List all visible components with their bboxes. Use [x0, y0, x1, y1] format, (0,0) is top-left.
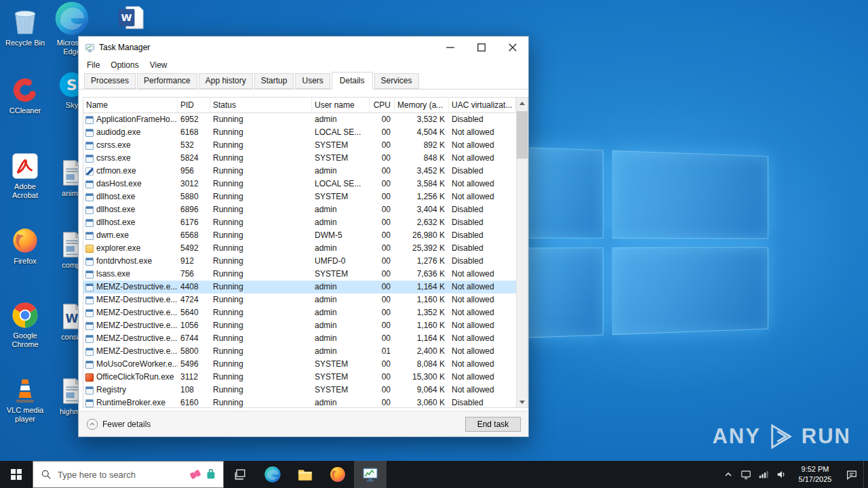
cell-user: admin	[312, 293, 370, 306]
cell-memory: 1,160 K	[395, 293, 449, 306]
cell-pid: 5492	[178, 242, 210, 255]
tray-volume-button[interactable]	[772, 461, 790, 488]
desktop-icon-adobe-acrobat[interactable]: Adobe Acrobat	[4, 152, 46, 200]
desktop-icon-label: Adobe Acrobat	[4, 182, 46, 200]
ticket-icon	[189, 468, 202, 481]
cell-memory: 4,504 K	[395, 126, 449, 139]
tab-app-history[interactable]: App history	[199, 73, 253, 89]
menu-file[interactable]: File	[81, 59, 105, 71]
process-row-audiodg-exe-6168[interactable]: audiodg.exe6168RunningLOCAL SE...004,504…	[83, 126, 516, 139]
tab-users[interactable]: Users	[295, 73, 330, 89]
desktop-icon-firefox[interactable]: Firefox	[4, 226, 46, 266]
minimize-button[interactable]	[435, 37, 466, 58]
process-row-memz-destructive-e-5800[interactable]: MEMZ-Destructive.e...5800Runningadmin012…	[83, 345, 516, 358]
tab-processes[interactable]: Processes	[84, 73, 136, 89]
process-row-ctfmon-exe-956[interactable]: ctfmon.exe956Runningadmin003,452 KDisabl…	[83, 165, 516, 178]
process-row-fontdrvhost-exe-912[interactable]: fontdrvhost.exe912RunningUMFD-0001,276 K…	[83, 255, 516, 268]
process-name: fontdrvhost.exe	[96, 255, 152, 268]
cell-user: admin	[312, 281, 370, 293]
end-task-button[interactable]: End task	[465, 417, 521, 432]
cell-cpu: 00	[370, 358, 395, 371]
process-row-runtimebroker-exe-6160[interactable]: RuntimeBroker.exe6160Runningadmin003,060…	[83, 396, 516, 407]
taskbar-task-manager-button[interactable]	[354, 461, 387, 488]
close-button[interactable]	[497, 37, 528, 58]
tray-expand-button[interactable]	[719, 461, 737, 488]
process-row-registry-108[interactable]: Registry108RunningSYSTEM009,064 KNot all…	[83, 384, 516, 396]
cell-memory: 3,404 K	[395, 203, 449, 216]
process-row-dllhost-exe-6896[interactable]: dllhost.exe6896Runningadmin003,404 KDisa…	[83, 203, 516, 216]
desktop-icon-ccleaner[interactable]: CCleaner	[4, 76, 46, 115]
process-name: ApplicationFrameHo...	[96, 113, 177, 126]
desktop-icon-label: Google Chrome	[4, 331, 46, 349]
cell-status: Running	[210, 371, 312, 384]
maximize-button[interactable]	[466, 37, 497, 58]
desktop-icon-word[interactable]: W	[110, 4, 152, 31]
vlc-icon	[11, 375, 39, 404]
taskbar-search[interactable]: Type here to search	[33, 461, 224, 488]
desktop-icon-google-chrome[interactable]: Google Chrome	[4, 301, 46, 349]
process-row-dllhost-exe-6176[interactable]: dllhost.exe6176Runningadmin002,632 KDisa…	[83, 216, 516, 229]
fewer-details-toggle[interactable]: Fewer details	[86, 418, 151, 430]
taskbar-firefox-button[interactable]	[321, 461, 354, 488]
process-row-memz-destructive-e-4724[interactable]: MEMZ-Destructive.e...4724Runningadmin001…	[83, 293, 516, 306]
tray-monitor-button[interactable]	[737, 461, 755, 488]
process-row-memz-destructive-e-5640[interactable]: MEMZ-Destructive.e...5640Runningadmin001…	[83, 306, 516, 319]
scrollbar-thumb[interactable]	[517, 111, 528, 159]
cell-status: Running	[210, 229, 312, 242]
column-header-pid[interactable]: PID	[178, 98, 210, 113]
cell-status: Running	[210, 139, 312, 152]
tab-performance[interactable]: Performance	[137, 73, 197, 89]
volume-icon	[776, 469, 787, 480]
start-button[interactable]	[0, 461, 33, 488]
menu-options[interactable]: Options	[105, 59, 144, 71]
process-row-memz-destructive-e-1056[interactable]: MEMZ-Destructive.e...1056Runningadmin001…	[83, 319, 516, 332]
title-bar[interactable]: Task Manager	[79, 37, 528, 58]
scroll-down-button[interactable]	[517, 396, 528, 407]
column-header-cpu[interactable]: CPU	[370, 98, 395, 113]
cell-user: SYSTEM	[312, 190, 370, 203]
process-row-memz-destructive-e-4408[interactable]: MEMZ-Destructive.e...4408Runningadmin001…	[83, 281, 516, 293]
process-row-dllhost-exe-5880[interactable]: dllhost.exe5880RunningSYSTEM001,256 KNot…	[83, 190, 516, 203]
taskbar-edge-button[interactable]	[256, 461, 289, 488]
process-row-officeclicktorun-exe-3112[interactable]: OfficeClickToRun.exe3112RunningSYSTEM001…	[83, 371, 516, 384]
cell-memory: 26,980 K	[395, 229, 449, 242]
process-row-mousocoreworker-e-5496[interactable]: MoUsoCoreWorker.e...5496RunningSYSTEM008…	[83, 358, 516, 371]
column-header-name[interactable]: Name	[83, 98, 178, 113]
tab-details[interactable]: Details	[332, 72, 373, 89]
process-row-dwm-exe-6568[interactable]: dwm.exe6568RunningDWM-50026,980 KDisable…	[83, 229, 516, 242]
column-header-user[interactable]: User name	[312, 98, 370, 113]
column-header-status[interactable]: Status	[210, 98, 312, 113]
process-row-csrss-exe-5824[interactable]: csrss.exe5824RunningSYSTEM00848 KNot all…	[83, 152, 516, 165]
tab-startup[interactable]: Startup	[254, 73, 294, 89]
process-row-lsass-exe-756[interactable]: lsass.exe756RunningSYSTEM007,636 KNot al…	[83, 268, 516, 281]
menu-view[interactable]: View	[144, 59, 173, 71]
process-row-memz-destructive-e-6744[interactable]: MEMZ-Destructive.e...6744Runningadmin001…	[83, 332, 516, 345]
cell-cpu: 00	[370, 384, 395, 396]
cell-uac: Not allowed	[449, 358, 516, 371]
action-center-button[interactable]	[840, 461, 863, 488]
column-header-memory[interactable]: Memory (a...	[395, 98, 449, 113]
process-name: RuntimeBroker.exe	[96, 396, 165, 407]
scroll-up-button[interactable]	[517, 98, 528, 109]
tray-network-button[interactable]	[755, 461, 772, 488]
edge-icon	[264, 466, 281, 483]
column-header-uac[interactable]: UAC virtualizat...	[449, 98, 516, 113]
cell-status: Running	[210, 242, 312, 255]
scrollbar[interactable]	[516, 98, 528, 407]
taskbar-file-explorer-button[interactable]	[289, 461, 321, 488]
process-row-dashost-exe-3012[interactable]: dasHost.exe3012RunningLOCAL SE...003,584…	[83, 178, 516, 190]
process-row-applicationframeho-6952[interactable]: ApplicationFrameHo...6952Runningadmin003…	[83, 113, 516, 126]
tab-services[interactable]: Services	[374, 73, 419, 89]
desktop-icon-vlc-media-player[interactable]: VLC media player	[4, 375, 46, 424]
cell-uac: Not allowed	[449, 371, 516, 384]
task-view-button[interactable]	[224, 461, 256, 488]
show-desktop-button[interactable]	[863, 461, 868, 488]
cell-uac: Not allowed	[449, 281, 516, 293]
process-row-csrss-exe-532[interactable]: csrss.exe532RunningSYSTEM00892 KNot allo…	[83, 139, 516, 152]
process-row-explorer-exe-5492[interactable]: explorer.exe5492Runningadmin0025,392 KDi…	[83, 242, 516, 255]
tray-clock[interactable]: 9:52 PM 5/17/2025	[790, 464, 840, 485]
desktop-icon-recycle-bin[interactable]: Recycle Bin	[4, 5, 46, 47]
cell-memory: 25,392 K	[395, 242, 449, 255]
cell-user: admin	[312, 113, 370, 126]
cell-cpu: 00	[370, 371, 395, 384]
